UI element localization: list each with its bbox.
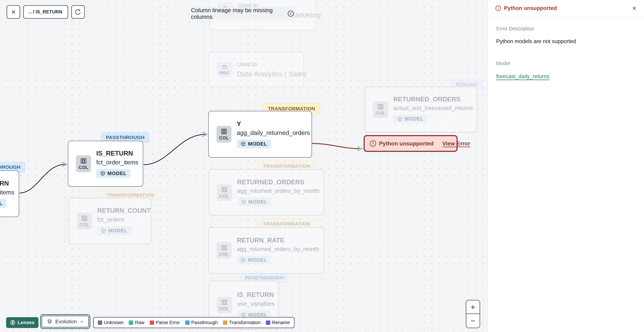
node-return-count[interactable]: TRANSFORMATION COL RETURN_COUNT fct_orde… bbox=[69, 198, 151, 244]
node-is-return-left[interactable]: PASSTHROUGH COL IS_RETURN fct_order_item… bbox=[0, 170, 19, 217]
model-badge: MODEL bbox=[0, 199, 6, 208]
edge-type-legend: Unknown Raw Parse Error Passthrough Tran… bbox=[93, 317, 294, 328]
column-chip: COL bbox=[216, 242, 232, 259]
node-subtitle: agg_returned_orders_by_month bbox=[237, 246, 319, 252]
node-title: IS_RETURN bbox=[0, 180, 9, 187]
lens-aperture-icon bbox=[10, 320, 16, 325]
error-node-python-unsupported[interactable]: ! Python unsupported View Error bbox=[364, 135, 458, 152]
legend-swatch bbox=[185, 321, 190, 325]
model-badge: MODEL bbox=[393, 114, 428, 123]
error-node-text: Python unsupported bbox=[379, 140, 434, 147]
column-chip: COL bbox=[373, 101, 388, 118]
model-link[interactable]: forecast_daily_returns bbox=[496, 73, 550, 80]
legend-item: Parse Error bbox=[150, 320, 180, 325]
model-label: Model bbox=[496, 60, 636, 66]
legend-swatch bbox=[223, 321, 227, 325]
chip-label: COL bbox=[80, 222, 89, 227]
node-subtitle: fct_order_items bbox=[0, 189, 14, 196]
chip-label: COL bbox=[78, 165, 88, 170]
node-subtitle: agg_returned_orders_by_month bbox=[237, 188, 320, 194]
zoom-controls: + − bbox=[466, 300, 480, 328]
legend-item: Transformation bbox=[223, 320, 261, 325]
node-title: Y bbox=[237, 120, 241, 128]
chip-label: COL bbox=[376, 111, 386, 116]
lenses-chip[interactable]: Lenses bbox=[6, 317, 38, 328]
node-returned-orders-by-month[interactable]: TRANSFORMATION COL RETURNED_ORDERS agg_r… bbox=[208, 169, 324, 216]
breadcrumb[interactable]: .. / IS_RETURN bbox=[23, 5, 68, 19]
columns-icon bbox=[221, 244, 227, 251]
model-label: MODEL bbox=[108, 171, 127, 176]
columns-icon bbox=[221, 128, 227, 135]
refresh-button[interactable] bbox=[71, 5, 85, 19]
node-subtitle: Data Analytics | Sales bbox=[237, 70, 306, 78]
model-label: MODEL bbox=[108, 228, 128, 234]
node-subtitle: fct_order_items bbox=[96, 159, 138, 166]
stack-icon bbox=[221, 63, 228, 70]
node-title: IS_RETURN bbox=[237, 291, 274, 299]
columns-icon bbox=[221, 299, 228, 306]
chevron-down-icon bbox=[80, 320, 84, 324]
lenses-label: Lenses bbox=[18, 320, 34, 325]
chip-label: COL bbox=[219, 135, 229, 140]
project-chip: PRJ bbox=[217, 62, 232, 77]
columns-icon bbox=[80, 158, 87, 164]
panel-close-icon[interactable]: × bbox=[632, 5, 636, 12]
node-subtitle: use_variables bbox=[237, 300, 275, 307]
chip-label: PRJ bbox=[220, 70, 229, 76]
lens-mode-ring: Evolution bbox=[40, 314, 90, 329]
columns-icon bbox=[377, 103, 384, 110]
legend-swatch bbox=[129, 321, 133, 325]
view-error-link[interactable]: View Error bbox=[442, 140, 470, 147]
close-lineage-button[interactable]: × bbox=[7, 5, 20, 19]
panel-title: Python unsupported bbox=[504, 5, 630, 11]
node-is-return-fct-order-items[interactable]: PASSTHROUGH COL IS_RETURN fct_order_item… bbox=[68, 141, 143, 187]
legend-label: Transformation bbox=[229, 320, 261, 325]
node-subtitle: fct_orders bbox=[97, 216, 124, 223]
bottom-toolbar: Lenses Evolution Unknown Raw Parse Error… bbox=[6, 314, 294, 329]
column-chip: COL bbox=[76, 155, 91, 172]
node-title: RETURNED_ORDERS bbox=[237, 179, 304, 186]
error-description-label: Error Description bbox=[496, 26, 636, 31]
legend-label: Raw bbox=[135, 320, 144, 325]
cube-icon bbox=[100, 171, 105, 176]
legend-label: Unknown bbox=[104, 320, 124, 325]
warning-icon: ! bbox=[370, 140, 376, 147]
model-badge: MODEL bbox=[97, 226, 132, 235]
node-subtitle: actual_and_forecasted_returns bbox=[393, 105, 473, 111]
node-title: RETURNED_ORDERS bbox=[393, 96, 460, 103]
panel-header: ! Python unsupported × bbox=[488, 0, 644, 16]
close-icon: × bbox=[11, 8, 16, 16]
cube-icon bbox=[240, 141, 246, 146]
legend-swatch bbox=[150, 321, 154, 325]
model-label: MODEL bbox=[248, 141, 267, 147]
lens-mode-value: Evolution bbox=[56, 319, 77, 325]
lens-mode-dropdown[interactable]: Evolution bbox=[42, 316, 89, 328]
lineage-canvas[interactable]: PRJ Used In Data Analytics | Marketing P… bbox=[0, 0, 488, 332]
node-y-agg-daily-returned-orders[interactable]: TRANSFORMATION COL Y agg_daily_returned_… bbox=[208, 111, 312, 158]
panel-body: Error Description Python models are not … bbox=[488, 17, 644, 89]
column-chip: COL bbox=[77, 213, 92, 230]
info-icon[interactable]: i bbox=[288, 11, 294, 16]
model-badge: MODEL bbox=[237, 139, 271, 148]
node-title: Used In bbox=[237, 61, 257, 67]
columns-icon bbox=[221, 186, 228, 193]
columns-icon bbox=[81, 215, 88, 222]
model-label: MODEL bbox=[248, 257, 267, 263]
model-label: MODEL bbox=[248, 199, 268, 205]
legend-item: Passthrough bbox=[185, 320, 218, 325]
node-return-rate[interactable]: TRANSFORMATION COL RETURN_RATE agg_retur… bbox=[208, 227, 324, 274]
model-label: MODEL bbox=[0, 201, 2, 206]
legend-label: Parse Error bbox=[156, 320, 180, 325]
canvas-topbar: × .. / IS_RETURN bbox=[7, 5, 85, 19]
legend-swatch bbox=[98, 321, 102, 325]
zoom-in-button[interactable]: + bbox=[466, 301, 480, 314]
node-returned-orders-forecasted[interactable]: RENAME COL RETURNED_ORDERS actual_and_fo… bbox=[365, 87, 477, 132]
legend-swatch bbox=[266, 321, 270, 325]
layers-icon bbox=[47, 319, 52, 324]
cube-icon bbox=[397, 116, 402, 122]
node-used-in-sales[interactable]: PRJ Used In Data Analytics | Sales bbox=[208, 52, 304, 87]
error-detail-panel: ! Python unsupported × Error Description… bbox=[488, 0, 644, 332]
legend-label: Rename bbox=[272, 320, 290, 325]
chip-label: COL bbox=[220, 194, 229, 199]
zoom-out-button[interactable]: − bbox=[466, 314, 480, 328]
